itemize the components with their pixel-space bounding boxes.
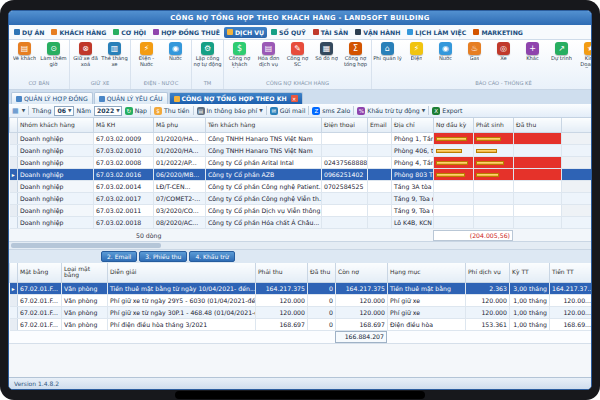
- detail-tab-email[interactable]: 2. Email: [101, 251, 137, 262]
- ribbon-tab-lich-lam-viec[interactable]: LỊCH LÀM VIỆC: [404, 27, 469, 38]
- menu-grid-icon[interactable]: ▦: [12, 107, 19, 115]
- col-header-phi-dich-vu[interactable]: Phí dịch vụ: [466, 263, 510, 283]
- v-scrollbar[interactable]: [562, 156, 593, 168]
- col-header-no-dau-ky[interactable]: Nợ đầu kỳ: [434, 118, 474, 132]
- ribbon-button-xe[interactable]: ◎Xe: [489, 40, 518, 62]
- col-header-da-thu[interactable]: Đã thu: [514, 118, 562, 132]
- month-select[interactable]: 06▼: [54, 106, 73, 116]
- ribbon-button-ve-khach[interactable]: ▤Vé khách: [10, 40, 39, 62]
- ribbon-button-cong-no-khach-hang[interactable]: $Công nợ khách hàng: [225, 40, 254, 68]
- cell-loai: Văn phòng: [62, 319, 108, 331]
- col-header-da-thu[interactable]: Đã thu: [308, 263, 336, 283]
- sms-label: sms Zalo: [322, 107, 350, 114]
- cell-no-dau-ky: [434, 204, 474, 216]
- ribbon-tab-dich-vu[interactable]: DỊCH VỤ: [224, 27, 267, 38]
- fee-row[interactable]: 67.02.01.F... Văn phòng Phí điện điều hò…: [10, 319, 593, 331]
- ribbon-button-khac[interactable]: +Khác: [518, 40, 547, 62]
- ribbon-button-nuoc-2[interactable]: ◉Nước: [431, 40, 460, 62]
- debt-bar: [436, 173, 465, 177]
- col-header-email[interactable]: Email: [368, 118, 392, 132]
- cell-ky-tt: 1,00 tháng: [510, 307, 550, 319]
- sms-zalo-button[interactable]: Zsms Zalo: [312, 107, 350, 115]
- col-header-tien-tt[interactable]: Tiền TT: [550, 263, 593, 283]
- export-button[interactable]: XExport: [432, 107, 462, 115]
- fee-row-selected[interactable]: ▸ 67.02.01.F... Văn phòng Tiền thuê mặt …: [10, 283, 593, 295]
- col-header-con-no[interactable]: Còn nợ: [336, 263, 388, 283]
- customer-row[interactable]: Doanh nghiệp 67.03.02.0008 01/2022/AP...…: [10, 156, 593, 168]
- v-scrollbar[interactable]: [562, 216, 593, 228]
- ribbon-button-nuoc[interactable]: ◉Nước: [161, 40, 190, 62]
- v-scrollbar[interactable]: [562, 204, 593, 216]
- cell-email: [368, 192, 392, 204]
- ribbon-button-dien[interactable]: ⚡Điện: [402, 40, 431, 62]
- ribbon-button-so-do-no[interactable]: ▦Số đồ nợ: [312, 40, 341, 62]
- doc-tab-quan-ly-yeu-cau[interactable]: QUẢN LÝ YÊU CẦU: [94, 92, 168, 104]
- ribbon-button-dien-nuoc[interactable]: ⚡Điện - Nước: [132, 40, 161, 67]
- ribbon-tab-tai-san[interactable]: TÀI SẢN: [310, 27, 351, 38]
- col-header-dien-thoai[interactable]: Điện thoại: [322, 118, 368, 132]
- v-scrollbar[interactable]: [562, 132, 593, 144]
- ribbon-button-hoa-don-dich-vu[interactable]: ▤Hóa đơn dịch vụ: [254, 40, 283, 67]
- col-header-phai-thu[interactable]: Phải thu: [256, 263, 308, 283]
- v-scrollbar[interactable]: [562, 144, 593, 156]
- col-header-dia-chi[interactable]: Địa chỉ: [392, 118, 434, 132]
- v-scrollbar[interactable]: [562, 168, 593, 180]
- customer-row[interactable]: Doanh nghiệp 67.03.02.0011 03/2020/CO...…: [10, 204, 593, 216]
- collect-money-button[interactable]: $Thu tiền: [154, 107, 189, 115]
- customer-row[interactable]: Doanh nghiệp 67.03.02.0010 01/2020/HA...…: [10, 144, 593, 156]
- doc-tab-cong-no-tong-hop[interactable]: CÔNG NỢ TỔNG HỢP THEO KH✕: [169, 92, 303, 104]
- ribbon-button-the-thang-xe[interactable]: ▥Thẻ tháng xe: [100, 40, 129, 67]
- ribbon-button-phi-quan-ly[interactable]: ⌂Phí quản lý: [373, 40, 402, 62]
- ribbon-button-lam-them-gio[interactable]: ⊙Làm thêm giờ: [39, 40, 68, 67]
- ribbon-tab-so-quy[interactable]: SỔ QUỸ: [268, 27, 309, 38]
- customer-row[interactable]: Doanh nghiệp 67.03.02.0017 07/COMET2-...…: [10, 192, 593, 204]
- doc-tab-quan-ly-hop-dong[interactable]: QUẢN LÝ HỢP ĐỒNG: [11, 92, 93, 104]
- ribbon-button-gas[interactable]: ♨Gas: [460, 40, 489, 62]
- detail-tab-khau-tru[interactable]: 4. Khấu trừ: [189, 251, 234, 262]
- ribbon-button-cong-no-tong-hop[interactable]: ΣCông nợ tổng hợp: [341, 40, 370, 67]
- customer-row[interactable]: Doanh nghiệp 67.03.02.0009 01/2020/HA...…: [10, 132, 593, 144]
- cell-loai: Văn phòng: [62, 307, 108, 319]
- customer-row[interactable]: Doanh nghiệp 67.03.02.0018 08/2020/AC...…: [10, 216, 593, 228]
- auto-deduct-button[interactable]: %Khấu trừ tự động▼: [357, 107, 425, 115]
- col-header-hang-muc[interactable]: Hạng mục: [388, 263, 466, 283]
- v-scrollbar[interactable]: [562, 192, 593, 204]
- h-scrollbar[interactable]: [9, 242, 591, 250]
- col-header-ky-tt[interactable]: Kỳ TT: [510, 263, 550, 283]
- customer-row-selected[interactable]: ▸ Doanh nghiệp 67.03.02.0016 06/2020/MB.…: [10, 168, 593, 180]
- col-header-mat-bang[interactable]: Mặt bằng: [18, 263, 62, 283]
- customer-row[interactable]: Doanh nghiệp 67.03.02.0014 LĐ/T-CEN... C…: [10, 180, 593, 192]
- col-header-dien-giai[interactable]: Diễn giải: [108, 263, 256, 283]
- ribbon-tab-co-hoi[interactable]: CƠ HỘI: [110, 27, 149, 38]
- ribbon-tab-hop-dong-thue[interactable]: HỢP ĐỒNG THUÊ: [150, 27, 223, 38]
- col-header-phat-sinh[interactable]: Phát sinh: [474, 118, 514, 132]
- v-scrollbar[interactable]: [562, 180, 593, 192]
- ribbon-tab-khach-hang[interactable]: KHÁCH HÀNG: [48, 27, 109, 38]
- col-header-ma-kh[interactable]: Mã KH: [94, 118, 154, 132]
- ribbon-button-cong-no-sc[interactable]: ✎Công nợ SC: [283, 40, 312, 67]
- v-scrollbar[interactable]: [562, 118, 593, 132]
- col-header-nhom-khach-hang[interactable]: Nhóm khách hàng: [18, 118, 94, 132]
- col-header-loai-mat-bang[interactable]: Loại mặt bằng: [62, 263, 108, 283]
- year-select[interactable]: 2022▼: [94, 106, 122, 116]
- ribbon-tab-van-hanh[interactable]: VẬN HÀNH: [352, 27, 403, 38]
- ribbon-button-giu-xe-da-xoa[interactable]: ⊗Giữ xe đã xoá: [71, 40, 100, 67]
- fee-row[interactable]: 67.02.01.F... Văn phòng Phí giữ xe từ ng…: [10, 295, 593, 307]
- ribbon-tab-du-an[interactable]: DỰ ÁN: [11, 27, 47, 38]
- col-header-ma-phu[interactable]: Mã phụ: [154, 118, 206, 132]
- load-button[interactable]: ↻Nạp: [125, 107, 147, 115]
- detail-tab-phieu-thu[interactable]: 3. Phiếu thu: [139, 251, 187, 262]
- chevron-down-icon[interactable]: ▼: [22, 108, 25, 113]
- ribbon-button-lap-cong-no[interactable]: ⚙Lập công nợ tự động: [193, 40, 222, 67]
- send-mail-button[interactable]: ✉Gửi mail: [270, 107, 306, 115]
- fee-row[interactable]: 67.02.01.F... Văn phòng Phí giữ xe từ ng…: [10, 307, 593, 319]
- ribbon-button-kinh-doanh-sale[interactable]: ★Kinh Doanh - Sale: [576, 40, 591, 68]
- close-icon[interactable]: ✕: [291, 95, 298, 102]
- print-fee-notice-button[interactable]: ▤In thông báo phí▼: [197, 107, 263, 115]
- ribbon-tab-marketing[interactable]: MARKETING: [470, 27, 526, 38]
- cell-loai: Văn phòng: [62, 295, 108, 307]
- collect-label: Thu tiền: [164, 107, 189, 114]
- h-scrollbar-thumb[interactable]: [11, 243, 161, 248]
- ribbon-button-du-trinh[interactable]: ↗Dự trình: [547, 40, 576, 62]
- col-header-ten-khach-hang[interactable]: Tên khách hàng: [206, 118, 322, 132]
